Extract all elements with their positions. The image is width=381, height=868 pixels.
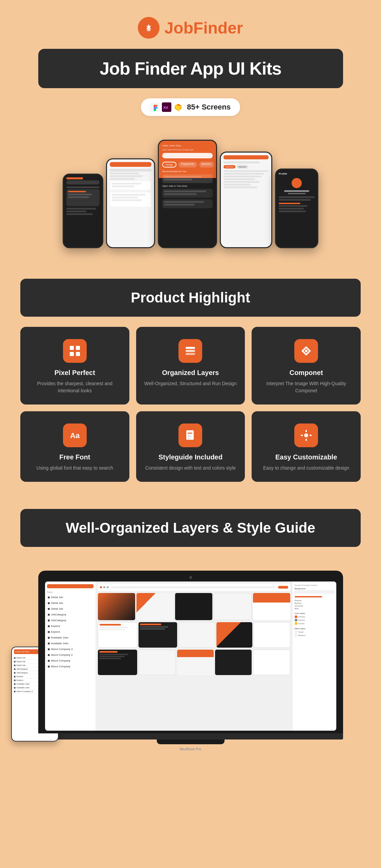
svg-point-2	[155, 107, 157, 109]
phone-mockup-3-center: Hello John Doe, Let's start find your dr…	[158, 140, 217, 248]
screens-badge: Xd 85+ Screens	[141, 98, 240, 116]
svg-rect-22	[188, 435, 191, 435]
sidebar-item-laptop-9: About Company 3	[47, 646, 93, 652]
laptop-right-panel: Design Prototype Inspect Background Regu…	[292, 581, 336, 731]
feature-card-pixel-perfect: Pixel Perfect Provides the sharpest, cle…	[20, 327, 129, 405]
laptop-sidebar: Pages Detail JobDetail JobDetail JobJobC…	[45, 581, 96, 731]
sidebar-item-laptop-8: Available Jobs	[47, 640, 93, 646]
laptop-camera	[189, 576, 192, 579]
laptop-base	[38, 733, 343, 739]
svg-text:Aa: Aa	[70, 431, 80, 440]
logo-icon	[138, 17, 160, 39]
customize-icon	[300, 429, 312, 441]
sidebar-item-laptop-1: Detail Job	[47, 600, 93, 606]
laptop-toolbar	[98, 584, 290, 591]
organized-layers-section: Well-Organized Layers & Style Guide	[0, 495, 381, 571]
product-highlight-title: Product Highlight	[34, 290, 347, 306]
styleguide-icon	[184, 429, 196, 441]
laptop-screen: Pages Detail JobDetail JobDetail JobJobC…	[45, 581, 336, 731]
svg-rect-23	[188, 436, 192, 437]
svg-point-25	[304, 433, 308, 437]
customizable-desc: Easy to change and customizable design	[263, 465, 350, 472]
feature-card-customizable: Easy Customizable Easy to change and cus…	[252, 411, 361, 482]
svg-rect-11	[76, 346, 80, 350]
layers-icon	[184, 345, 196, 357]
svg-rect-14	[186, 347, 195, 349]
xd-icon: Xd	[162, 102, 171, 112]
title-banner: Job Finder App UI Kits	[38, 49, 343, 88]
phone-mockup-2	[106, 158, 155, 248]
phone-mockup-5: Profile	[275, 169, 318, 248]
sidebar-item-laptop-6: Explore	[47, 629, 93, 635]
feature-card-organized-layers: Organized Layers Well-Organized, Structu…	[136, 327, 245, 405]
product-highlight-header: Product Highlight	[20, 279, 361, 317]
sidebar-item-laptop-2: Detail Job	[47, 606, 93, 612]
customizable-title: Easy Customizable	[275, 453, 337, 461]
organized-title: Well-Organized Layers & Style Guide	[34, 520, 347, 536]
styleguide-icon-bg	[178, 423, 202, 447]
pixel-perfect-icon	[69, 345, 81, 357]
organized-layers-desc: Well-Organized, Structured and Run Desig…	[144, 380, 237, 387]
sidebar-item-laptop-10: About Company 2	[47, 652, 93, 658]
feature-card-component: Componet Interpret The Image With High-Q…	[252, 327, 361, 405]
laptop-wrapper: Product Job Finder Detail JobDetail JobD…	[38, 571, 343, 752]
feature-card-styleguide: Styleguide Included Consistent design wi…	[136, 411, 245, 482]
svg-rect-13	[76, 352, 80, 356]
free-font-desc: Using global font that easy to search	[37, 465, 113, 472]
organized-layers-title: Organized Layers	[162, 369, 219, 377]
svg-rect-12	[70, 352, 74, 356]
laptop-section: Product Job Finder Detail JobDetail JobD…	[0, 571, 381, 772]
toolbar-dot-1	[100, 586, 102, 588]
font-icon: Aa	[69, 429, 81, 441]
svg-rect-15	[186, 350, 195, 352]
component-icon	[300, 345, 312, 357]
screens-count: 85+ Screens	[187, 103, 231, 112]
sidebar-item-laptop-0: Detail Job	[47, 594, 93, 600]
sidebar-item-laptop-7: Available Jobs	[47, 635, 93, 640]
pixel-perfect-title: Pixel Perfect	[55, 369, 95, 377]
svg-rect-26	[305, 430, 307, 432]
svg-rect-24	[188, 438, 190, 439]
free-font-icon-bg: Aa	[63, 423, 87, 447]
features-grid: Pixel Perfect Provides the sharpest, cle…	[20, 327, 361, 482]
toolbar-dot-3	[107, 586, 109, 588]
product-highlight-section: Product Highlight Pixel Perfect Provides…	[0, 265, 381, 495]
sidebar-item-laptop-3: JobCategory	[47, 612, 93, 617]
phone-mockup-4: Full time Remote	[220, 152, 272, 248]
sketch-icon	[173, 102, 183, 112]
figma-icon	[150, 102, 160, 112]
pixel-perfect-icon-bg	[63, 339, 87, 363]
svg-point-17	[305, 350, 308, 352]
customizable-icon-bg	[294, 423, 318, 447]
feature-card-free-font: Aa Free Font Using global font that easy…	[20, 411, 129, 482]
pixel-perfect-desc: Provides the sharpest, cleanest and inte…	[28, 380, 121, 394]
svg-rect-16	[186, 353, 195, 355]
svg-rect-28	[301, 435, 303, 436]
sidebar-item-laptop-4: JobCategory	[47, 617, 93, 623]
component-icon-bg	[294, 339, 318, 363]
organized-layers-icon-bg	[178, 339, 202, 363]
logo-row: JobFinder	[138, 17, 243, 39]
free-font-title: Free Font	[59, 453, 90, 461]
sidebar-item-laptop-12: About Company	[47, 664, 93, 669]
laptop-stand	[157, 739, 225, 744]
laptop-main-content	[96, 581, 292, 731]
header: JobFinder Job Finder App UI Kits Xd	[0, 0, 381, 140]
component-title: Componet	[290, 369, 323, 377]
svg-rect-27	[305, 439, 307, 441]
sidebar-item-laptop-11: About Company	[47, 658, 93, 664]
component-desc: Interpret The Image With High-Quality Co…	[260, 380, 353, 394]
svg-text:Xd: Xd	[163, 105, 168, 110]
brand-name: JobFinder	[164, 19, 243, 37]
phone-mockups-section: Hello John Doe, Let's start find your dr…	[0, 140, 381, 265]
organized-header: Well-Organized Layers & Style Guide	[20, 509, 361, 547]
svg-rect-29	[310, 435, 312, 436]
styleguide-desc: Consistent design with text and colors s…	[145, 465, 236, 472]
tool-icons: Xd	[150, 102, 183, 112]
toolbar-dot-2	[103, 586, 105, 588]
sidebar-item-laptop-5: Explore	[47, 623, 93, 629]
styleguide-title: Styleguide Included	[158, 453, 223, 461]
phone-mockup-1	[63, 174, 103, 248]
svg-rect-10	[70, 346, 74, 350]
laptop-body: Pages Detail JobDetail JobDetail JobJobC…	[38, 571, 343, 733]
